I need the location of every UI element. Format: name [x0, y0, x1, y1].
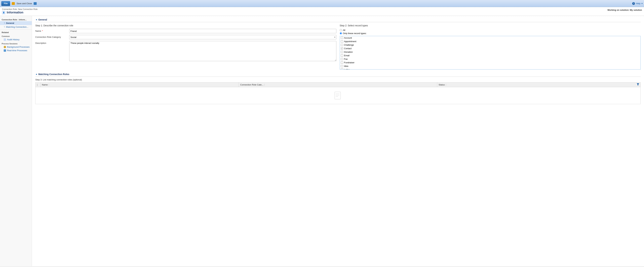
radio-all[interactable]: All	[340, 29, 641, 31]
content-area: ◄ General Step 1: Describe the connectio…	[32, 16, 644, 266]
table-body	[36, 87, 640, 104]
sort-icon-category: │	[264, 84, 265, 86]
step1-col: Step 1: Describe the connection role Nam…	[35, 24, 336, 69]
matching-section-header: ◄ Matching Connection Roles	[35, 73, 641, 77]
radio-group: All Only these record types:	[340, 29, 641, 34]
realtime-processes-icon	[4, 49, 6, 52]
record-type-checkbox[interactable]	[341, 44, 343, 46]
page-title: Information	[7, 11, 23, 14]
matching-section-title: Matching Connection Roles	[38, 73, 69, 76]
table-col-status: Status │	[437, 82, 636, 87]
required-star: *	[42, 30, 43, 32]
solution-label: Working on solution: My solution	[607, 8, 642, 11]
record-type-item[interactable]: Donation	[340, 50, 641, 54]
page-header-left: Connection Role: New Connection Role 👤 I…	[2, 8, 38, 14]
record-type-label: Donation	[344, 51, 353, 53]
table-header-check: │	[36, 82, 40, 87]
sidebar-item-general[interactable]: └ General	[0, 21, 32, 25]
record-type-item[interactable]: Idea	[340, 64, 641, 68]
name-input[interactable]	[69, 29, 336, 33]
sidebar-item-realtime-processes[interactable]: Real-time Processes	[0, 49, 32, 52]
filter-icon[interactable]	[636, 83, 640, 87]
general-section-header: ◄ General	[35, 18, 641, 22]
category-select-wrap: Social Business Family Other ▾	[69, 35, 336, 39]
record-type-item[interactable]: Contact	[340, 47, 641, 50]
record-type-checkbox[interactable]	[341, 54, 343, 57]
record-type-item[interactable]: Email	[340, 54, 641, 57]
sidebar-item-audit-history[interactable]: Audit History	[0, 38, 32, 41]
sidebar-related-title: Related	[0, 30, 32, 34]
record-type-checkbox[interactable]	[341, 65, 343, 67]
matching-section: ◄ Matching Connection Roles Step 3: List…	[35, 73, 641, 104]
sort-icon-status: │	[446, 84, 446, 86]
table-col-name: Name │	[40, 82, 239, 87]
sidebar: Connection Role : Inform... └ General └ …	[0, 16, 32, 266]
record-type-item[interactable]: Fundraiser	[340, 61, 641, 64]
sidebar-item-matching[interactable]: └ Matching Connection...	[0, 25, 32, 29]
general-section-title: General	[38, 18, 47, 21]
table-header: │ Name │ Connection Role Cate... │ Statu…	[36, 82, 640, 87]
file-button[interactable]: File	[1, 1, 10, 6]
breadcrumb: Connection Role: New Connection Role	[2, 8, 38, 10]
record-type-checkbox[interactable]	[341, 58, 343, 60]
record-type-checkbox[interactable]	[341, 47, 343, 49]
main-layout: Connection Role : Inform... └ General └ …	[0, 16, 644, 266]
name-label: Name *	[35, 29, 67, 32]
record-type-item[interactable]: Fax	[340, 57, 641, 61]
table-empty-icon	[36, 87, 640, 104]
category-label: Connection Role Category	[35, 35, 67, 38]
name-row: Name *	[35, 29, 336, 33]
record-type-label: Email	[344, 54, 350, 57]
svg-rect-1	[335, 92, 340, 99]
record-type-item[interactable]: Challenge	[340, 43, 641, 47]
record-type-checkbox[interactable]	[341, 40, 343, 42]
step2-title: Step 2: Select record types	[340, 24, 641, 27]
toolbar: File Save and Close ? Help ▾	[0, 0, 644, 7]
step3-title: Step 3: List matching connection roles (…	[35, 78, 641, 81]
category-select[interactable]: Social Business Family Other	[69, 35, 336, 39]
record-type-label: Fax	[344, 58, 348, 60]
save-and-close-button[interactable]: Save and Close	[16, 1, 33, 6]
record-type-checkbox[interactable]	[341, 37, 343, 39]
table-col-category: Connection Role Cate... │	[239, 82, 437, 87]
description-textarea[interactable]: These people interact socially	[69, 41, 336, 61]
description-label: Description	[35, 41, 67, 44]
matching-table: │ Name │ Connection Role Cate... │ Statu…	[35, 82, 641, 104]
step1-title: Step 1: Describe the connection role	[35, 24, 336, 27]
page-title-icon: 👤	[2, 11, 6, 14]
sidebar-common-title: Common	[0, 34, 32, 38]
record-type-label: Contact	[344, 47, 352, 50]
record-type-label: Letter	[344, 68, 350, 69]
section-chevron: ◄	[35, 18, 37, 21]
records-list[interactable]: AccountAppointmentChallengeContactDonati…	[340, 36, 641, 69]
step2-col: Step 2: Select record types All Only the…	[340, 24, 641, 69]
record-type-checkbox[interactable]	[341, 51, 343, 53]
page-title-row: 👤 Information	[2, 11, 38, 14]
category-row: Connection Role Category Social Business…	[35, 35, 336, 39]
sidebar-item-background-processes[interactable]: Background Processes	[0, 45, 32, 49]
radio-all-input[interactable]	[340, 29, 342, 31]
audit-history-icon	[4, 38, 6, 41]
help-button[interactable]: ? Help ▾	[632, 2, 643, 5]
record-type-label: Challenge	[344, 44, 354, 46]
description-row: Description These people interact social…	[35, 41, 336, 61]
sidebar-nav-title: Connection Role : Inform...	[0, 18, 32, 21]
record-type-label: Idea	[344, 65, 348, 67]
radio-only-these[interactable]: Only these record types:	[340, 32, 641, 34]
sidebar-process-sessions-title: Process Sessions	[0, 41, 32, 45]
save-close-icon	[12, 2, 15, 5]
record-type-label: Account	[344, 37, 352, 39]
record-type-checkbox[interactable]	[341, 61, 343, 64]
background-processes-icon	[4, 46, 6, 48]
page-header: Connection Role: New Connection Role 👤 I…	[0, 7, 644, 16]
radio-only-these-input[interactable]	[340, 32, 342, 34]
toolbar-icon-2	[34, 2, 37, 5]
sort-icon-name: │	[48, 84, 50, 86]
record-type-item[interactable]: Appointment	[340, 40, 641, 43]
record-type-checkbox[interactable]	[341, 68, 343, 69]
form-columns: Step 1: Describe the connection role Nam…	[35, 24, 641, 69]
record-type-item[interactable]: Account	[340, 36, 641, 40]
record-type-label: Fundraiser	[344, 61, 354, 64]
record-type-item[interactable]: Letter	[340, 68, 641, 69]
record-type-label: Appointment	[344, 40, 356, 43]
